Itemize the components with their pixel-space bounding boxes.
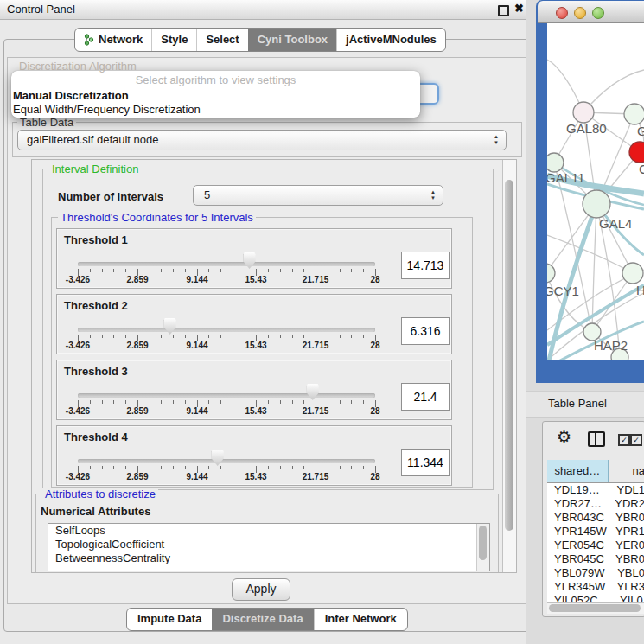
cell-name[interactable]: YDR2 [609, 497, 644, 511]
top-tab-bar: Network Style Select Cyni Toolbox jActiv… [74, 28, 446, 52]
attribute-list-item[interactable]: TopologicalCoefficient [48, 538, 489, 552]
tick-mark [102, 335, 103, 338]
slider-track[interactable] [78, 393, 375, 398]
tick-mark [150, 466, 150, 469]
tick-mark [280, 400, 281, 404]
horizontal-scrollbar-thumb[interactable] [549, 604, 641, 612]
checkbox-icon[interactable]: ✓ [618, 434, 630, 446]
network-node[interactable] [622, 263, 643, 284]
network-node[interactable] [624, 104, 644, 124]
tab-infer-network[interactable]: Infer Network [314, 609, 407, 630]
control-panel-title-bar: Control Panel ✖ [0, 0, 534, 20]
float-window-icon[interactable] [498, 5, 509, 16]
cell-shared-name[interactable]: YBL079W [547, 566, 612, 580]
cell-name[interactable]: YDL1 [611, 483, 644, 497]
network-node[interactable] [573, 102, 594, 123]
table-row[interactable]: YDL19…YDL1 [547, 483, 644, 497]
threshold-1-value-field[interactable] [401, 252, 450, 279]
cell-shared-name[interactable]: YPR145W [547, 525, 610, 539]
slider-handle[interactable] [212, 450, 224, 466]
tab-discretize-data[interactable]: Discretize Data [212, 609, 313, 630]
slider-track[interactable] [78, 459, 375, 463]
table-row[interactable]: YBL079WYBL0 [547, 566, 644, 580]
list-scrollbar[interactable] [476, 524, 489, 571]
gear-icon[interactable]: ⚙ [557, 427, 571, 447]
cell-shared-name[interactable]: YER054C [547, 539, 610, 552]
tick-mark [208, 466, 209, 469]
tick-mark [233, 269, 233, 272]
cell-shared-name[interactable]: YDR27… [547, 497, 609, 511]
mac-close-button[interactable] [556, 7, 568, 19]
network-node[interactable] [547, 264, 555, 283]
network-node[interactable] [547, 153, 564, 172]
attribute-list-item[interactable]: BetweennessCentrality [48, 552, 489, 565]
bottom-tab-bar: Impute Data Discretize Data Infer Networ… [126, 608, 408, 631]
slider-track[interactable] [78, 328, 375, 332]
attribute-list-item[interactable]: SelfLoops [48, 524, 489, 538]
threshold-2-value-field[interactable] [401, 317, 450, 345]
cell-shared-name[interactable]: YLR345W [547, 580, 611, 594]
tab-network[interactable]: Network [75, 29, 151, 51]
cell-name[interactable]: YBR0 [610, 511, 644, 525]
threshold-1-label: Threshold 1 [64, 233, 128, 246]
table-row[interactable]: YIL052CYIL0 [547, 594, 644, 602]
settings-vertical-scrollbar[interactable] [502, 160, 516, 572]
slider-handle[interactable] [164, 318, 176, 335]
slider-track[interactable] [78, 262, 375, 266]
table-data-value: galFiltered.sif default node [27, 133, 158, 146]
cell-name[interactable]: YBR0 [610, 552, 644, 566]
cell-shared-name[interactable]: YIL052C [547, 594, 615, 602]
table-row[interactable]: YBR045CYBR0 [547, 552, 644, 566]
cell-shared-name[interactable]: YBR045C [547, 552, 610, 566]
tab-style[interactable]: Style [151, 29, 196, 51]
threshold-3-value-field[interactable] [401, 383, 450, 411]
columns-icon[interactable] [588, 431, 605, 447]
cell-shared-name[interactable]: YDL19… [547, 483, 611, 497]
table-row[interactable]: YDR27…YDR2 [547, 497, 644, 511]
network-window-titlebar[interactable] [538, 1, 644, 23]
cell-name[interactable]: YIL0 [615, 594, 643, 602]
table-row[interactable]: YER054CYER0 [547, 539, 644, 552]
dropdown-option-equal-width[interactable]: Equal Width/Frequency Discretization [11, 103, 420, 117]
close-icon[interactable]: ✖ [514, 2, 524, 15]
tick-mark [268, 335, 269, 338]
network-node-label: H [636, 283, 644, 297]
tick-mark [340, 335, 341, 338]
tab-select[interactable]: Select [196, 29, 247, 51]
cell-name[interactable]: YPR1 [610, 525, 644, 539]
dropdown-placeholder-item[interactable]: Select algorithm to view settings [11, 71, 420, 89]
number-of-intervals-spinner[interactable]: 5 ▲▼ [193, 185, 443, 206]
apply-button[interactable]: Apply [232, 578, 290, 601]
tick-mark [220, 269, 221, 272]
mac-zoom-button[interactable] [592, 7, 604, 19]
tick-mark [245, 400, 245, 404]
cell-shared-name[interactable]: YBR043C [547, 511, 610, 525]
tick-mark [161, 269, 162, 272]
tick-mark [292, 400, 293, 404]
table-row[interactable]: YLR345WYLR3 [547, 580, 644, 594]
network-node[interactable] [629, 142, 644, 163]
column-header-name[interactable]: na [609, 460, 644, 482]
tab-cyni-toolbox[interactable]: Cyni Toolbox [248, 29, 336, 51]
tab-jactivemnodules[interactable]: jActiveMNodules [336, 29, 445, 51]
table-horizontal-scrollbar[interactable] [547, 602, 644, 614]
dropdown-option-manual[interactable]: Manual Discretization [11, 89, 420, 103]
column-header-shared-name[interactable]: shared… [547, 460, 609, 482]
vertical-scrollbar-thumb[interactable] [505, 180, 513, 531]
checkbox-icon[interactable]: ✓ [630, 434, 642, 446]
tab-impute-data[interactable]: Impute Data [127, 609, 212, 630]
table-row[interactable]: YPR145WYPR1 [547, 525, 644, 539]
slider-handle[interactable] [307, 384, 319, 400]
cell-name[interactable]: YBL0 [612, 566, 644, 580]
table-data-combobox[interactable]: galFiltered.sif default node ▲▼ [17, 130, 507, 150]
cell-name[interactable]: YLR3 [611, 580, 644, 594]
threshold-4-value-field[interactable] [401, 449, 450, 476]
table-row[interactable]: YBR043CYBR0 [547, 511, 644, 525]
network-node[interactable] [583, 190, 610, 218]
network-canvas[interactable]: GAL80GACGAL11GAL4GCY1HHAP2 [547, 23, 644, 360]
list-scrollbar-thumb[interactable] [479, 526, 487, 560]
cell-name[interactable]: YER0 [610, 539, 644, 552]
slider-handle[interactable] [244, 252, 256, 269]
tick-mark [351, 466, 352, 469]
mac-minimize-button[interactable] [574, 7, 586, 19]
